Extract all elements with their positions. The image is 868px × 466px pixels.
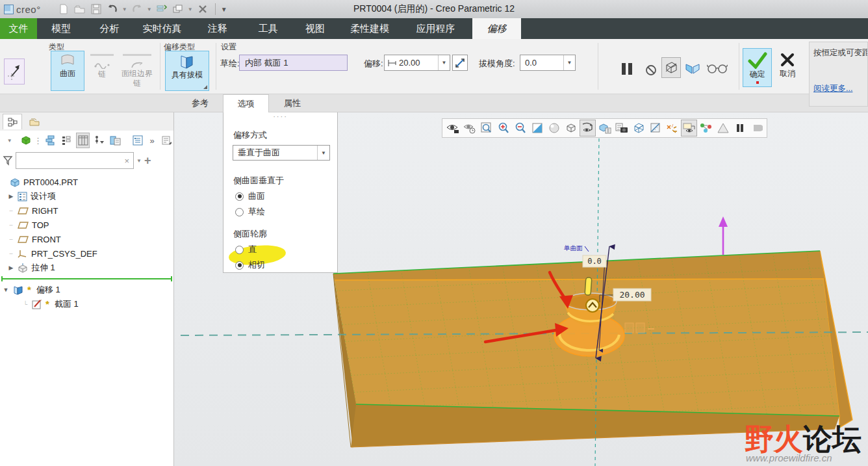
draft-angle-combo[interactable]: 0.0 ▼ [520,55,576,71]
refit-button[interactable] [478,120,494,136]
cancel-button[interactable]: 取消 [774,48,801,87]
close-window-button[interactable] [196,2,210,16]
tree-row-extrude[interactable]: ▶ 拉伸 1 [0,261,173,275]
tab-options[interactable]: 选项 [223,94,269,112]
repaint-button[interactable] [529,120,545,136]
tab-tools[interactable]: 工具 [244,18,292,39]
pause-display-button[interactable] [732,120,748,136]
tree-row-front-plane[interactable]: – FRONT [0,232,173,246]
radio-tangent[interactable]: 相切 [235,259,337,271]
tree-settings-button[interactable] [160,133,173,148]
ok-button[interactable]: 确定 [743,48,772,87]
tree-row-part[interactable]: PRT0004.PRT [0,175,173,189]
open-file-button[interactable] [73,2,87,16]
tab-analysis[interactable]: 分析 [85,18,134,39]
undo-dropdown[interactable]: ▼ [121,6,128,12]
check-view-button[interactable] [706,60,729,77]
model-node-button[interactable] [19,133,32,148]
section-button[interactable] [647,120,663,136]
pause-button[interactable] [617,58,637,78]
zoom-in-button[interactable] [495,120,511,136]
tab-view[interactable]: 视图 [292,18,338,39]
tab-file[interactable]: 文件 [0,18,37,39]
radio-dot-selected[interactable] [235,261,244,270]
tab-flexible-modeling[interactable]: 柔性建模 [338,18,401,39]
folder-browser-tab[interactable] [25,114,44,129]
undo-button[interactable] [105,2,120,16]
customize-qat-button[interactable]: ▼ [221,6,227,13]
model-tree-tab[interactable] [3,114,22,129]
tab-live-simulation[interactable]: 实时仿真 [134,18,190,39]
tab-references[interactable]: 参考 [177,94,223,112]
tree-row-section[interactable]: └ * 截面 1 [0,297,173,311]
datum-display-button[interactable] [698,120,714,136]
search-dropdown-arrow[interactable]: ▼ [136,158,142,164]
select-dropdown-arrow-icon[interactable]: ▼ [317,146,329,160]
tab-applications[interactable]: 应用程序 [401,18,470,39]
sketch-collector[interactable]: 内部 截面 1 [239,55,348,71]
show-hide-items-button[interactable] [444,120,461,136]
expand-tree-button[interactable] [44,133,57,148]
radio-dot[interactable] [235,246,244,254]
draft-drag-handle[interactable] [585,278,592,296]
zoom-out-button[interactable] [512,120,528,136]
with-draft-dropdown[interactable] [203,85,207,89]
offset-drag-handle[interactable] [586,299,599,312]
perspective-button[interactable] [630,120,646,136]
radio-straight[interactable]: 直 [235,244,337,255]
draft-dropdown-arrow-icon[interactable]: ▼ [563,55,575,70]
offset-type-with-draft-button[interactable]: 具有拔模 [165,51,209,91]
show-annotations-button[interactable] [681,120,697,136]
tree-row-design-items[interactable]: ▶ 设计项 [0,189,173,203]
no-preview-button[interactable] [643,61,659,77]
add-filter-button[interactable]: + [144,154,151,168]
view-manager-button[interactable] [596,120,613,136]
tree-list-button[interactable] [131,133,144,148]
collapse-arrow-icon[interactable]: ▼ [3,287,9,293]
window-switch-button[interactable] [171,2,185,16]
radio-surface[interactable]: 曲面 [235,190,337,202]
type-surface-button[interactable]: 曲面 [51,51,84,91]
insertion-locator-line[interactable] [1,278,172,279]
tab-model[interactable]: 模型 [37,18,85,39]
offset-method-select[interactable]: 垂直于曲面 ▼ [233,145,330,161]
analysis-warning-button[interactable] [715,120,731,136]
capture-button[interactable] [613,120,630,136]
clear-search-icon[interactable]: × [124,156,133,166]
clip-button[interactable] [748,120,765,136]
offset-feature-button[interactable] [4,58,25,84]
redo-button[interactable] [130,2,144,16]
read-more-link[interactable]: 阅读更多... [813,83,866,94]
tab-annotate[interactable]: 注释 [190,18,244,39]
expand-arrow-icon[interactable]: ▶ [8,265,14,271]
tree-row-right-plane[interactable]: – RIGHT [0,203,173,218]
new-file-button[interactable] [57,2,71,16]
tab-offset-active[interactable]: 偏移 [472,18,521,39]
annotation-display-button[interactable]: / [664,120,680,136]
panel-grab-handle[interactable]: ···· [223,112,337,120]
offset-dropdown-arrow-icon[interactable]: ▼ [438,55,450,70]
attached-preview-button[interactable] [683,60,702,77]
regenerate-button[interactable] [155,2,169,16]
radio-sketch[interactable]: 草绘 [235,206,337,218]
shading-style-button[interactable] [546,120,562,136]
tree-dropdown-arrow[interactable]: ▼ [3,133,16,148]
radio-dot-selected[interactable] [235,192,244,201]
unattached-preview-button[interactable] [661,57,681,78]
collapse-tree-button[interactable] [60,133,73,148]
tree-row-offset-feature[interactable]: ▼ * 偏移 1 [0,283,173,297]
save-button[interactable] [89,2,103,16]
visibility-history-button[interactable] [461,120,478,136]
tree-copy-button[interactable] [109,133,123,148]
redo-dropdown[interactable]: ▼ [146,6,153,12]
tree-row-top-plane[interactable]: – TOP [0,218,173,232]
expand-arrow-icon[interactable]: ▶ [8,193,14,200]
offset-value-combo[interactable]: 20.00 ▼ [384,55,450,71]
saved-orientations-button[interactable] [580,120,596,136]
tree-columns-button[interactable] [76,133,90,148]
tree-filter-button[interactable] [92,133,106,148]
window-dropdown[interactable]: ▼ [187,6,194,12]
tree-overflow-button[interactable]: » [147,133,157,148]
tree-search-input[interactable]: × [16,152,134,169]
draft-dimension[interactable]: 0.0 [583,255,606,267]
